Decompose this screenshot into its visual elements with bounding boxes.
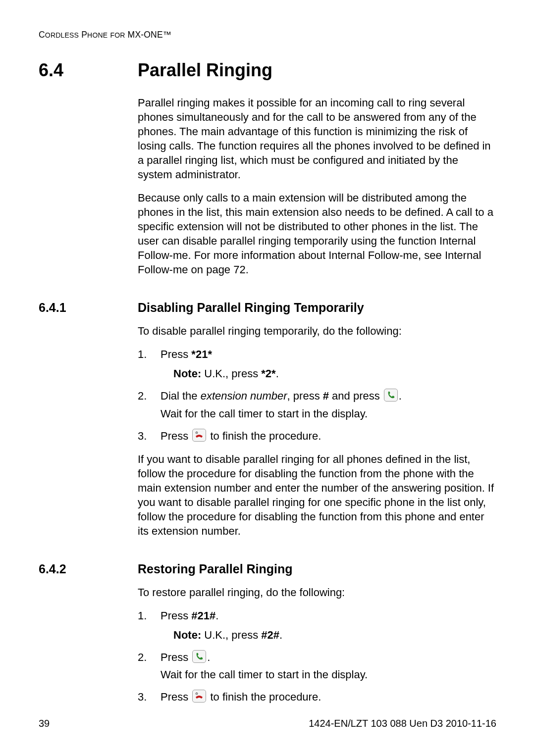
step-subtext: Wait for the call timer to start in the … — [160, 667, 494, 682]
section-number: 6.4 — [39, 60, 138, 81]
list-item: Press to finish the procedure. — [138, 429, 494, 443]
lead-text: To restore parallel ringing, do the foll… — [138, 585, 494, 600]
section-intro: Parallel ringing makes it possible for a… — [138, 96, 494, 277]
running-header: CORDLESS PHONE FOR MX-ONE™ — [39, 30, 496, 40]
list-item: Dial the extension number, press # and p… — [138, 389, 494, 420]
note-text: U.K., press — [201, 367, 261, 380]
page-number: 39 — [39, 718, 50, 729]
key-sequence: #21# — [191, 609, 215, 622]
step-list: Press #21#. Note: U.K., press #2#. Press… — [138, 608, 494, 704]
step-text: Press — [160, 609, 191, 622]
subsection-number: 6.4.2 — [39, 562, 138, 576]
step-list: Press *21* Note: U.K., press *2*. Dial t… — [138, 347, 494, 443]
lead-text: To disable parallel ringing temporarily,… — [138, 324, 494, 338]
step-text: Press — [160, 430, 191, 442]
tail-paragraph: If you want to disable parallel ringing … — [138, 452, 494, 538]
key-sequence: *21* — [191, 348, 212, 360]
subsection-number: 6.4.1 — [39, 301, 138, 315]
intro-paragraph-2: Because only calls to a main extension w… — [138, 191, 494, 277]
end-call-key-icon — [192, 690, 206, 703]
section-heading-row: 6.4 Parallel Ringing — [39, 60, 496, 81]
end-call-key-icon — [192, 429, 206, 442]
subsection-body: To disable parallel ringing temporarily,… — [138, 324, 494, 538]
step-text: Press — [160, 651, 191, 663]
step-text: . — [399, 390, 402, 402]
step-subtext: Wait for the call timer to start in the … — [160, 406, 494, 421]
step-text: Press — [160, 691, 191, 703]
step-text: . — [207, 651, 210, 663]
step-text: and press — [329, 390, 383, 402]
key-sequence: *2* — [261, 367, 275, 380]
subsection-title: Disabling Parallel Ringing Temporarily — [138, 301, 364, 315]
note-label: Note: — [173, 629, 201, 641]
step-text: . — [215, 609, 218, 622]
note-label: Note: — [173, 367, 201, 380]
intro-paragraph-1: Parallel ringing makes it possible for a… — [138, 96, 494, 182]
key-sequence: #2# — [261, 629, 279, 641]
subsection-title: Restoring Parallel Ringing — [138, 562, 293, 576]
note-text: . — [279, 629, 282, 641]
list-item: Press *21* Note: U.K., press *2*. — [138, 347, 494, 381]
emphasis: extension number — [201, 390, 287, 402]
list-item: Press to finish the procedure. — [138, 690, 494, 704]
section-title: Parallel Ringing — [138, 60, 272, 81]
document-id: 1424-EN/LZT 103 088 Uen D3 2010-11-16 — [309, 718, 496, 729]
call-key-icon — [192, 650, 206, 663]
list-item: Press . Wait for the call timer to start… — [138, 650, 494, 682]
note-text: U.K., press — [201, 629, 261, 641]
step-text: , press — [287, 390, 323, 402]
note: Note: U.K., press #2#. — [173, 628, 494, 642]
subsection-body: To restore parallel ringing, do the foll… — [138, 585, 494, 704]
page-footer: 39 1424-EN/LZT 103 088 Uen D3 2010-11-16 — [39, 718, 496, 729]
subsection-heading-row: 6.4.2 Restoring Parallel Ringing — [39, 562, 496, 576]
note: Note: U.K., press *2*. — [173, 366, 494, 381]
step-text: to finish the procedure. — [207, 430, 321, 442]
page: CORDLESS PHONE FOR MX-ONE™ 6.4 Parallel … — [0, 0, 535, 756]
list-item: Press #21#. Note: U.K., press #2#. — [138, 608, 494, 642]
step-text: Press — [160, 348, 191, 360]
key-sequence: # — [323, 390, 329, 402]
note-text: . — [276, 367, 279, 380]
call-key-icon — [384, 389, 398, 402]
step-text: to finish the procedure. — [207, 691, 321, 703]
subsection-heading-row: 6.4.1 Disabling Parallel Ringing Tempora… — [39, 301, 496, 315]
step-text: Dial the — [160, 390, 201, 402]
